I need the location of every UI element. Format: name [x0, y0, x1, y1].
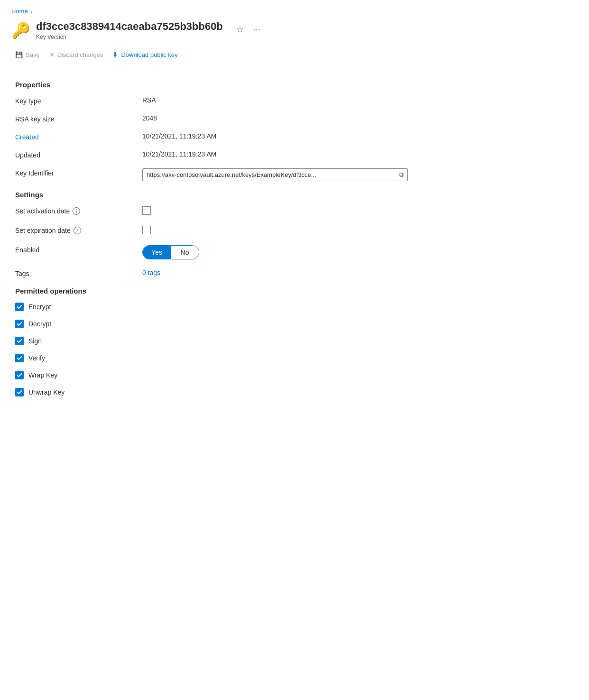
operation-checkbox-sign[interactable]: [15, 337, 24, 345]
download-label: Download public key: [121, 51, 177, 58]
tags-link[interactable]: 0 tags: [142, 269, 160, 276]
page-header: 🔑 df3cce3c8389414caeaba7525b3bb60b Key V…: [11, 20, 578, 40]
key-identifier-url: https://akv-contoso.vault.azure.net/keys…: [147, 171, 395, 178]
enabled-toggle-group: Yes No: [142, 245, 199, 259]
page-title: df3cce3c8389414caeaba7525b3bb60b: [36, 20, 223, 33]
key-identifier-box: https://akv-contoso.vault.azure.net/keys…: [142, 168, 408, 181]
tags-row: Tags 0 tags: [15, 269, 574, 277]
toggle-no[interactable]: No: [171, 246, 199, 259]
activation-date-checkbox-container: [142, 206, 574, 216]
operation-checkbox-wrap-key[interactable]: [15, 371, 24, 379]
operation-checkbox-verify[interactable]: [15, 354, 24, 362]
key-identifier-row: Key Identifier https://akv-contoso.vault…: [15, 168, 574, 181]
operation-item: Wrap Key: [15, 371, 574, 379]
settings-section-title: Settings: [15, 191, 574, 199]
updated-row: Updated 10/21/2021, 11:19:23 AM: [15, 150, 574, 159]
updated-label: Updated: [15, 150, 138, 159]
operation-item: Sign: [15, 337, 574, 345]
expiration-date-row: Set expiration date i: [15, 226, 574, 236]
save-button[interactable]: 💾 Save: [11, 48, 44, 61]
operation-checkbox-decrypt[interactable]: [15, 320, 24, 328]
toggle-yes[interactable]: Yes: [143, 246, 171, 259]
key-type-row: Key type RSA: [15, 96, 574, 105]
operation-label: Decrypt: [28, 320, 51, 328]
key-type-value: RSA: [142, 96, 574, 104]
properties-section-title: Properties: [15, 81, 574, 89]
more-options-button[interactable]: ···: [251, 24, 262, 36]
operation-label: Unwrap Key: [28, 388, 64, 396]
tags-value: 0 tags: [142, 269, 574, 276]
page-subtitle: Key Version: [36, 34, 223, 40]
toolbar: 💾 Save ✕ Discard changes ⬇ Download publ…: [11, 48, 578, 67]
rsa-key-size-row: RSA key size 2048: [15, 114, 574, 123]
rsa-key-size-value: 2048: [142, 114, 574, 122]
operation-item: Verify: [15, 354, 574, 362]
operation-label: Encrypt: [28, 303, 51, 311]
save-label: Save: [26, 51, 40, 58]
activation-date-label: Set activation date i: [15, 206, 138, 215]
expiration-date-label: Set expiration date i: [15, 226, 138, 234]
activation-info-icon[interactable]: i: [73, 207, 80, 215]
download-public-key-button[interactable]: ⬇ Download public key: [109, 48, 181, 61]
header-actions: ☆ ···: [234, 23, 262, 36]
created-label: Created: [15, 132, 138, 141]
expiration-date-checkbox-container: [142, 226, 574, 236]
enabled-row: Enabled Yes No: [15, 245, 574, 259]
enabled-label: Enabled: [15, 245, 138, 254]
breadcrumb-chevron: ›: [31, 9, 33, 14]
discard-label: Discard changes: [57, 51, 103, 58]
key-identifier-label: Key Identifier: [15, 168, 138, 177]
discard-icon: ✕: [49, 51, 55, 58]
operation-item: Unwrap Key: [15, 388, 574, 396]
tags-label: Tags: [15, 269, 138, 277]
created-row: Created 10/21/2021, 11:19:23 AM: [15, 132, 574, 141]
operation-label: Sign: [28, 337, 42, 345]
activation-date-checkbox[interactable]: [142, 206, 151, 215]
download-icon: ⬇: [112, 51, 118, 58]
operation-label: Verify: [28, 354, 45, 362]
permitted-operations-section: Permitted operations Encrypt Decrypt Sig…: [15, 287, 574, 396]
expiration-date-checkbox[interactable]: [142, 226, 151, 234]
operation-checkbox-unwrap-key[interactable]: [15, 388, 24, 396]
created-value: 10/21/2021, 11:19:23 AM: [142, 132, 574, 140]
copy-icon[interactable]: ⧉: [399, 171, 404, 179]
operation-checkbox-encrypt[interactable]: [15, 303, 24, 311]
content-area: Properties Key type RSA RSA key size 204…: [11, 81, 578, 396]
operation-item: Encrypt: [15, 303, 574, 311]
updated-value: 10/21/2021, 11:19:23 AM: [142, 150, 574, 158]
header-text-block: df3cce3c8389414caeaba7525b3bb60b Key Ver…: [36, 20, 223, 40]
breadcrumb-home[interactable]: Home: [11, 8, 28, 15]
discard-changes-button[interactable]: ✕ Discard changes: [46, 48, 107, 61]
key-icon: 🔑: [11, 21, 30, 39]
save-icon: 💾: [15, 51, 23, 58]
key-type-label: Key type: [15, 96, 138, 105]
permitted-operations-title: Permitted operations: [15, 287, 574, 295]
operation-label: Wrap Key: [28, 371, 57, 379]
expiration-info-icon[interactable]: i: [74, 227, 81, 234]
activation-date-row: Set activation date i: [15, 206, 574, 216]
rsa-key-size-label: RSA key size: [15, 114, 138, 123]
operation-item: Decrypt: [15, 320, 574, 328]
key-identifier-value: https://akv-contoso.vault.azure.net/keys…: [142, 168, 574, 181]
operations-list: Encrypt Decrypt Sign Verify Wrap Key Unw…: [15, 303, 574, 396]
enabled-toggle: Yes No: [142, 245, 574, 259]
breadcrumb: Home ›: [11, 8, 578, 15]
pin-button[interactable]: ☆: [234, 23, 246, 36]
